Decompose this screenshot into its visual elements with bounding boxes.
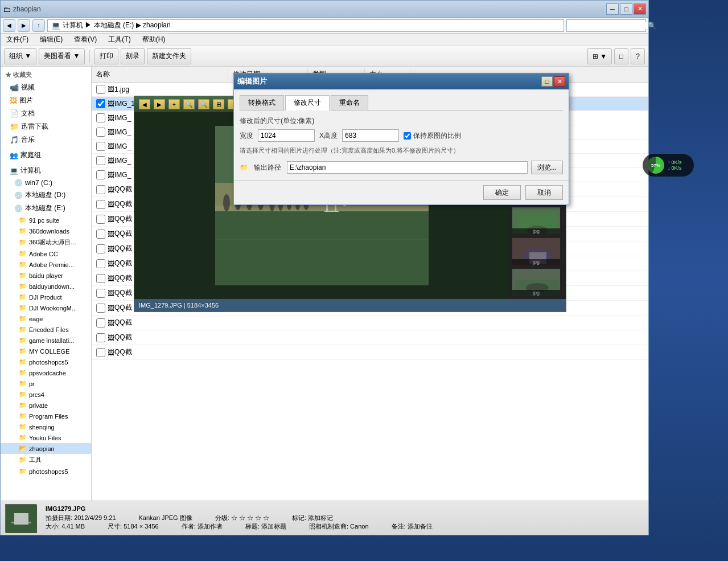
sidebar-item-eage[interactable]: 📁 eage [1,313,91,324]
viewer-fwd-btn[interactable]: ▶ [154,99,165,109]
viewer-zoom-in-btn[interactable]: 🔍 [183,99,195,109]
view-mode-button[interactable]: ⊞ ▼ [587,48,612,64]
sidebar-item-private[interactable]: 📁 private [1,400,91,411]
file-row-qq12[interactable]: 🖼 QQ截 [92,345,648,360]
search-input[interactable] [569,22,648,29]
up-button[interactable]: ↑ [32,19,45,32]
file-checkbox-qq12[interactable] [96,348,105,357]
file-checkbox-qq9[interactable] [96,304,105,313]
width-input[interactable] [258,129,315,142]
thumbnail-4[interactable]: jpg [511,206,561,235]
sidebar-item-zhaopian[interactable]: 📂 zhaopian [1,443,91,454]
sidebar-item-baidu-player[interactable]: 📁 baidu player [1,270,91,281]
file-checkbox-3[interactable] [96,113,105,122]
sidebar-item-ppsvod[interactable]: 📁 ppsvodcache [1,367,91,378]
file-checkbox-7[interactable] [96,170,105,179]
cancel-button[interactable]: 取消 [525,185,563,200]
sidebar-item-91pc[interactable]: 📁 91 pc suite [1,215,91,226]
minimize-button[interactable]: ─ [606,3,619,15]
viewer-add-btn[interactable]: + [168,99,180,109]
edit-dialog-max-button[interactable]: □ [541,76,553,87]
sidebar-item-dji-product[interactable]: 📁 DJI Product [1,292,91,302]
sidebar-item-youku[interactable]: 📁 Youku Files [1,432,91,443]
sidebar-item-computer[interactable]: 💻 计算机 [1,164,91,177]
browse-button[interactable]: 浏览... [531,161,563,174]
sidebar-item-homegroup[interactable]: 👥 家庭组 [1,149,91,162]
col-header-name[interactable]: 名称 [92,68,228,81]
maximize-button[interactable]: □ [620,3,632,15]
menu-view[interactable]: 查看(V) [71,34,100,46]
burn-button[interactable]: 刻录 [121,48,145,64]
sidebar-item-dji-wookong[interactable]: 📁 DJI WookongM... [1,302,91,313]
sidebar-item-thunder[interactable]: 📁 迅雷下载 [1,120,91,133]
tab-convert-format[interactable]: 转换格式 [240,95,284,110]
file-checkbox-qq11[interactable] [96,333,105,342]
output-path-input[interactable] [287,161,528,174]
preview-button[interactable]: □ [614,48,628,64]
viewer-fit-btn[interactable]: ⊞ [213,99,224,109]
menu-help[interactable]: 帮助(H) [139,34,169,46]
file-row-qq11[interactable]: 🖼 QQ截 [92,330,648,345]
sidebar-item-docs[interactable]: 📄 文档 [1,107,91,120]
sidebar-item-pictures[interactable]: 🖼 图片 [1,94,91,107]
viewer-back-btn[interactable]: ◀ [139,99,150,109]
file-checkbox-qq5[interactable] [96,244,105,253]
file-checkbox-qq10[interactable] [96,318,105,327]
sidebar-item-prcs4[interactable]: 📁 prcs4 [1,389,91,400]
file-checkbox-6[interactable] [96,156,105,165]
sidebar-label-360drv: 360驱动大师目... [29,238,76,247]
sidebar-item-adobe-cc[interactable]: 📁 Adobe CC [1,248,91,259]
thumbnail-6[interactable]: jpg [511,268,561,297]
sidebar-item-360drv[interactable]: 📁 360驱动大师目... [1,236,91,248]
menu-file[interactable]: 文件(F) [3,34,32,46]
sidebar-item-photoshop2[interactable]: 📁 photoshopcs5 [1,466,91,477]
sidebar-item-baidu-dl[interactable]: 📁 baiduyundown... [1,281,91,292]
tab-resize[interactable]: 修改尺寸 [285,95,330,110]
file-checkbox-1jpg[interactable] [96,85,105,94]
height-input[interactable] [342,129,399,142]
sidebar-item-photoshop[interactable]: 📁 photoshopcs5 [1,357,91,367]
confirm-button[interactable]: 确定 [483,185,521,200]
sidebar-item-video[interactable]: 📹 视频 [1,81,91,94]
file-checkbox-qq4[interactable] [96,230,105,239]
sidebar-item-360dl[interactable]: 📁 360downloads [1,226,91,236]
viewer-zoom-out-btn[interactable]: 🔍 [198,99,209,109]
file-checkbox-qq2[interactable] [96,200,105,209]
organize-button[interactable]: 组织 ▼ [4,48,36,64]
file-checkbox-qq6[interactable] [96,259,105,268]
viewer-button[interactable]: 美图看看 ▼ [39,48,85,64]
keep-ratio-checkbox[interactable] [404,132,411,140]
sidebar-item-encoded[interactable]: 📁 Encoded Files [1,324,91,335]
thumbnail-5[interactable]: jpg [511,237,561,266]
sidebar-item-game-install[interactable]: 📁 game installati... [1,335,91,346]
close-button[interactable]: ✕ [634,3,646,15]
forward-button[interactable]: ▶ [18,19,30,32]
menu-tools[interactable]: 工具(T) [105,34,134,46]
sidebar-item-pr[interactable]: 📁 pr [1,378,91,389]
sidebar-item-tools[interactable]: 📁 工具 [1,454,91,466]
tab-rename[interactable]: 重命名 [331,95,368,110]
file-checkbox-qq3[interactable] [96,215,105,224]
file-checkbox-4[interactable] [96,128,105,137]
sidebar-item-my-college[interactable]: 📁 MY COLLEGE [1,346,91,357]
sidebar-item-adobe-pr[interactable]: 📁 Adobe Premie... [1,259,91,270]
sidebar-item-shenqing[interactable]: 📁 shenqing [1,421,91,432]
file-checkbox-img1279[interactable] [96,99,105,108]
file-checkbox-qq1[interactable] [96,185,105,194]
file-checkbox-qq8[interactable] [96,289,105,298]
file-checkbox-5[interactable] [96,142,105,151]
edit-dialog-close-button[interactable]: ✕ [554,76,565,87]
print-button[interactable]: 打印 [94,48,118,64]
file-checkbox-qq7[interactable] [96,274,105,283]
back-button[interactable]: ◀ [3,19,15,32]
help-icon-button[interactable]: ? [631,48,645,64]
menu-edit[interactable]: 编辑(E) [36,34,66,46]
sidebar-item-music[interactable]: 🎵 音乐 [1,133,91,146]
sidebar-item-drive-c[interactable]: 💿 win7 (C:) [1,177,91,189]
sidebar-item-drive-d[interactable]: 💿 本地磁盘 (D:) [1,189,91,202]
address-path[interactable]: 💻 计算机 ▶ 本地磁盘 (E:) ▶ zhaopian [47,19,564,32]
sidebar-item-program-files[interactable]: 📁 Program Files [1,411,91,421]
new-folder-button[interactable]: 新建文件夹 [147,48,191,64]
file-row-qq10[interactable]: 🖼 QQ截 [92,316,648,330]
sidebar-item-drive-e[interactable]: 💿 本地磁盘 (E:) [1,202,91,215]
